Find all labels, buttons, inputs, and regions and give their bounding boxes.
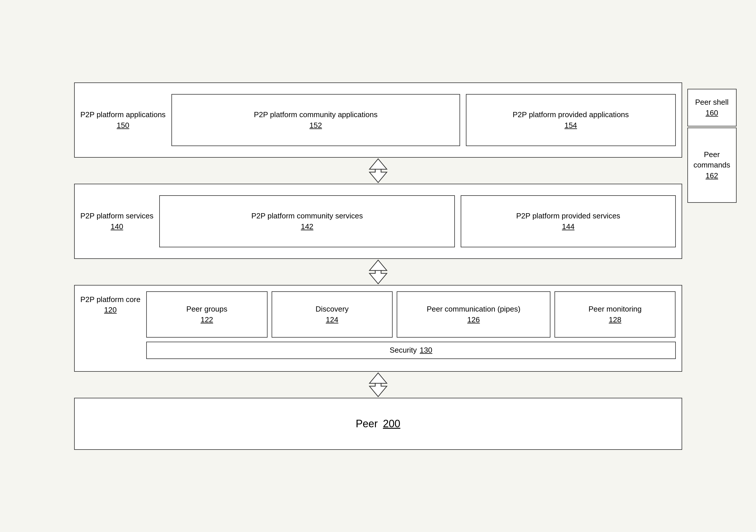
arrow-1 <box>74 158 682 184</box>
peer-label: Peer 200 <box>356 418 400 430</box>
provided-services-box: P2P platform provided services 144 <box>461 195 676 247</box>
discovery-box: Discovery 124 <box>272 291 393 338</box>
core-top-row: Peer groups 122 Discovery 124 Peer commu… <box>146 291 676 338</box>
bidirectional-arrow-3 <box>361 372 395 398</box>
bidirectional-arrow-2 <box>361 259 395 285</box>
diagram-container: P2P platform applications 150 P2P platfo… <box>60 83 697 450</box>
svg-marker-3 <box>369 270 387 284</box>
provided-applications-box: P2P platform provided applications 154 <box>466 94 676 146</box>
right-panel: Peer shell 160 Peer commands 162 <box>688 89 737 203</box>
svg-marker-5 <box>369 383 387 396</box>
peer-groups-box: Peer groups 122 <box>146 291 268 338</box>
peer-shell-box: Peer shell 160 <box>688 89 737 126</box>
core-inner: Peer groups 122 Discovery 124 Peer commu… <box>146 291 676 359</box>
svg-marker-1 <box>369 169 387 183</box>
core-layer-label: P2P platform core 120 <box>80 291 141 315</box>
community-applications-box: P2P platform community applications 152 <box>172 94 460 146</box>
peer-layer: Peer 200 <box>74 398 682 450</box>
peer-commands-box: Peer commands 162 <box>688 128 737 203</box>
security-box: Security 130 <box>146 342 676 359</box>
peer-communication-box: Peer communication (pipes) 126 <box>397 291 551 338</box>
applications-layer: P2P platform applications 150 P2P platfo… <box>74 83 682 158</box>
services-layer: P2P platform services 140 P2P platform c… <box>74 184 682 259</box>
core-layer: P2P platform core 120 Peer groups 122 Di… <box>74 285 682 372</box>
services-layer-label: P2P platform services 140 <box>80 211 153 232</box>
applications-layer-label: P2P platform applications 150 <box>80 109 166 131</box>
peer-monitoring-box: Peer monitoring 128 <box>554 291 676 338</box>
bidirectional-arrow-1 <box>361 158 395 184</box>
arrow-3 <box>74 372 682 398</box>
arrow-2 <box>74 259 682 285</box>
community-services-box: P2P platform community services 142 <box>159 195 455 247</box>
